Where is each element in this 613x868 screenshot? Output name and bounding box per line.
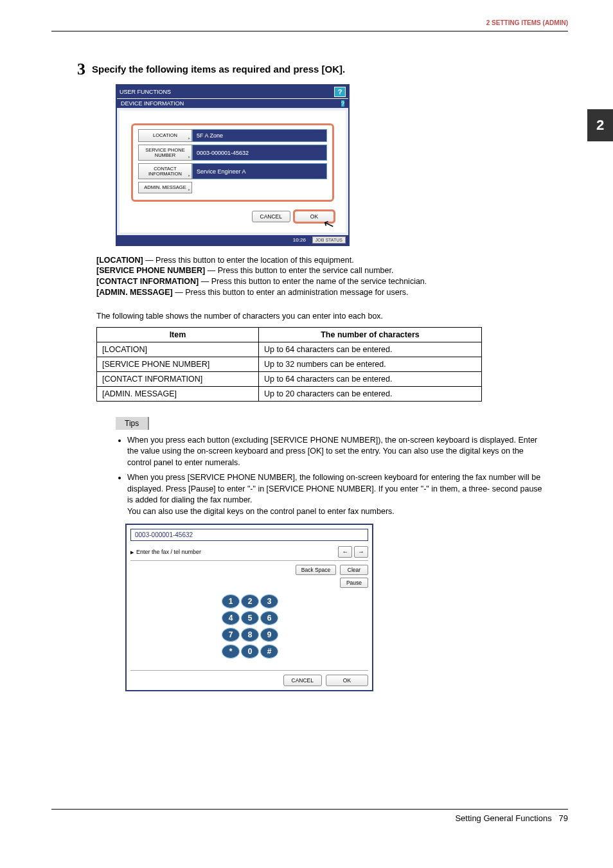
key-star[interactable]: * <box>222 644 240 659</box>
help-icon[interactable]: ? <box>334 87 346 97</box>
contact-info-button[interactable]: CONTACT INFORMATION <box>138 163 192 179</box>
screenshot-device-info: USER FUNCTIONS ? DEVICE INFORMATION ? LO… <box>116 84 350 246</box>
arrow-right-icon[interactable]: → <box>354 546 368 558</box>
location-button[interactable]: LOCATION <box>138 129 192 142</box>
table-row: [ADMIN. MESSAGE]Up to 20 characters can … <box>97 386 482 401</box>
key-7[interactable]: 7 <box>222 628 240 642</box>
table-head-item: Item <box>97 327 259 342</box>
page-footer: Setting General Functions 79 <box>51 809 568 823</box>
step-title: Specify the following items as required … <box>92 61 345 75</box>
tip-item: When you press [SERVICE PHONE NUMBER], t… <box>127 472 546 517</box>
chapter-tab: 2 <box>587 109 613 141</box>
key-2[interactable]: 2 <box>241 594 259 608</box>
field-explanations: [LOCATION] — Press this button to enter … <box>96 255 546 299</box>
ok-button[interactable]: OK <box>326 675 368 686</box>
service-phone-value: 0003-000001-45632 <box>192 145 327 161</box>
shot1-title: USER FUNCTIONS <box>120 89 171 95</box>
character-limit-table: Item The number of characters [LOCATION]… <box>96 327 482 402</box>
key-5[interactable]: 5 <box>241 611 259 625</box>
field-group-highlight: LOCATION 5F A Zone SERVICE PHONE NUMBER … <box>131 123 334 202</box>
table-row: [CONTACT INFORMATION]Up to 64 characters… <box>97 371 482 386</box>
key-6[interactable]: 6 <box>260 611 278 625</box>
key-hash[interactable]: # <box>260 644 278 659</box>
tip-item: When you press each button (excluding [S… <box>127 435 546 469</box>
key-3[interactable]: 3 <box>260 594 278 608</box>
admin-message-value <box>192 182 327 193</box>
tips-list: When you press each button (excluding [S… <box>116 435 546 518</box>
admin-message-button[interactable]: ADMIN. MESSAGE <box>138 182 192 193</box>
contact-info-value: Service Engineer A <box>192 163 327 179</box>
clear-button[interactable]: Clear <box>340 565 368 575</box>
key-1[interactable]: 1 <box>222 594 240 608</box>
key-0[interactable]: 0 <box>241 644 259 659</box>
table-head-chars: The number of characters <box>259 327 482 342</box>
key-8[interactable]: 8 <box>241 628 259 642</box>
help-icon[interactable]: ? <box>341 100 344 107</box>
pause-button[interactable]: Pause <box>340 578 368 588</box>
header-rule <box>51 31 568 31</box>
clock-text: 10:26 <box>293 237 306 243</box>
cancel-button[interactable]: CANCEL <box>283 675 322 686</box>
keypad-hint: Enter the fax / tel number <box>130 549 201 555</box>
table-intro: The following table shows the number of … <box>96 311 546 322</box>
backspace-button[interactable]: Back Space <box>296 565 336 575</box>
job-status-button[interactable]: JOB STATUS <box>312 236 346 244</box>
location-value: 5F A Zone <box>192 129 327 142</box>
step-number: 3 <box>77 61 85 78</box>
key-9[interactable]: 9 <box>260 628 278 642</box>
cancel-button[interactable]: CANCEL <box>252 211 290 222</box>
table-row: [LOCATION]Up to 64 characters can be ent… <box>97 342 482 357</box>
arrow-left-icon[interactable]: ← <box>338 546 352 558</box>
screenshot-keypad: 0003-000001-45632 Enter the fax / tel nu… <box>125 524 373 691</box>
key-4[interactable]: 4 <box>222 611 240 625</box>
numeric-keypad: 1 2 3 4 5 6 7 8 9 * 0 # <box>130 594 368 659</box>
service-phone-button[interactable]: SERVICE PHONE NUMBER <box>138 145 192 161</box>
tips-label: Tips <box>116 417 149 430</box>
shot1-subtitle: DEVICE INFORMATION <box>121 100 184 107</box>
header-breadcrumb: 2 SETTING ITEMS (ADMIN) <box>486 19 568 26</box>
fax-number-input[interactable]: 0003-000001-45632 <box>130 529 368 541</box>
table-row: [SERVICE PHONE NUMBER]Up to 32 numbers c… <box>97 357 482 371</box>
